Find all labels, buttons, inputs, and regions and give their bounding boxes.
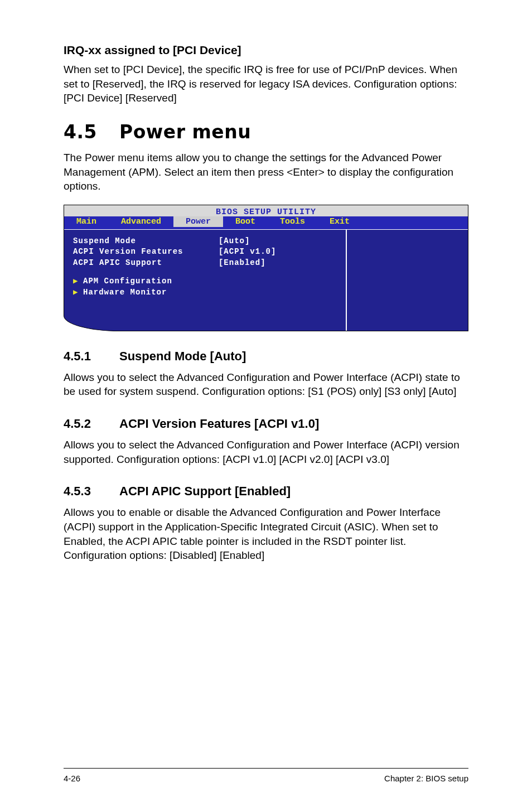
bios-row-hw-label: Hardware Monitor <box>83 288 167 297</box>
bios-tab-main: Main <box>64 216 109 227</box>
sub3-body: Allows you to enable or disable the Adva… <box>64 505 468 563</box>
bios-row-apm: ▶APM Configuration <box>73 277 337 287</box>
bios-row-acpi-apic-label: ACPI APIC Support <box>73 258 162 267</box>
sub3-title: ACPI APIC Support [Enabled] <box>119 484 291 498</box>
bios-tabs: Main Advanced Power Boot Tools Exit <box>64 216 468 229</box>
bios-tab-tools: Tools <box>268 216 317 227</box>
sub2-body: Allows you to select the Advanced Config… <box>64 438 468 466</box>
page-footer: 4-26 Chapter 2: BIOS setup <box>64 774 468 783</box>
irq-heading: IRQ-xx assigned to [PCI Device] <box>64 44 468 57</box>
sub3-num: 4.5.3 <box>64 484 119 499</box>
section-number: 4.5 <box>64 121 119 143</box>
bios-row-acpi-apic-value: [Enabled] <box>219 258 337 268</box>
bios-row-suspend: Suspend Mode [Auto] <box>73 236 337 247</box>
bios-screenshot: BIOS SETUP UTILITY Main Advanced Power B… <box>64 205 468 331</box>
bios-row-acpi-ver-value: [ACPI v1.0] <box>219 247 337 257</box>
footer-separator <box>64 768 468 769</box>
sub2-title: ACPI Version Features [ACPI v1.0] <box>119 417 319 431</box>
section-name: Power menu <box>119 121 251 143</box>
triangle-right-icon: ▶ <box>73 288 83 298</box>
bios-row-acpi-ver: ACPI Version Features [ACPI v1.0] <box>73 247 337 257</box>
sub3-heading: 4.5.3ACPI APIC Support [Enabled] <box>64 484 468 499</box>
bios-left-pane: Suspend Mode [Auto] ACPI Version Feature… <box>64 230 347 331</box>
footer-chapter: Chapter 2: BIOS setup <box>384 774 468 783</box>
bios-row-apm-label: APM Configuration <box>83 277 172 286</box>
section-title: 4.5Power menu <box>64 121 468 143</box>
bios-right-pane <box>347 230 468 331</box>
sub1-body: Allows you to select the Advanced Config… <box>64 370 468 399</box>
bios-tab-exit: Exit <box>317 216 362 227</box>
triangle-right-icon: ▶ <box>73 277 83 287</box>
bios-row-acpi-apic: ACPI APIC Support [Enabled] <box>73 258 337 268</box>
bios-tab-advanced: Advanced <box>109 216 173 227</box>
sub2-num: 4.5.2 <box>64 417 119 431</box>
irq-body: When set to [PCI Device], the specific I… <box>64 62 468 105</box>
power-intro: The Power menu items allow you to change… <box>64 151 468 194</box>
bios-row-acpi-ver-label: ACPI Version Features <box>73 247 183 256</box>
bios-row-suspend-label: Suspend Mode <box>73 236 136 245</box>
bios-tab-boot: Boot <box>223 216 268 227</box>
sub1-title: Suspend Mode [Auto] <box>119 349 246 363</box>
bios-row-hw: ▶Hardware Monitor <box>73 288 337 298</box>
bios-row-suspend-value: [Auto] <box>219 236 337 247</box>
sub2-heading: 4.5.2ACPI Version Features [ACPI v1.0] <box>64 417 468 431</box>
footer-page-number: 4-26 <box>64 774 80 783</box>
bios-tab-power: Power <box>173 216 223 227</box>
sub1-heading: 4.5.1Suspend Mode [Auto] <box>64 349 468 364</box>
sub1-num: 4.5.1 <box>64 349 119 364</box>
bios-header: BIOS SETUP UTILITY <box>64 205 468 216</box>
